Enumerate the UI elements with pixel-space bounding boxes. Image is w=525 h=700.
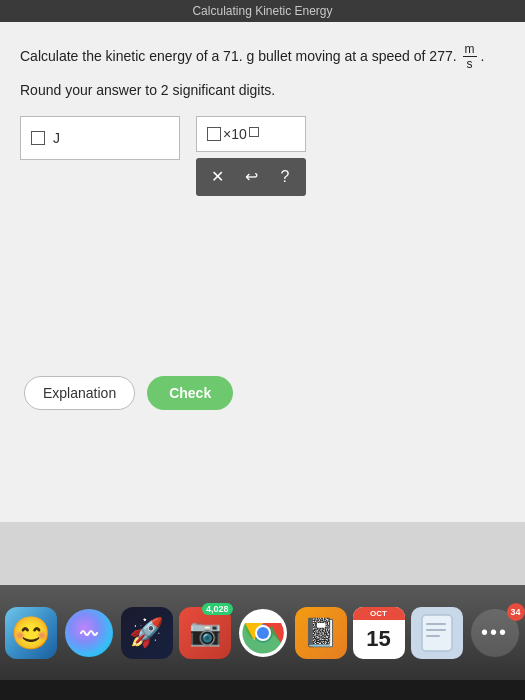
notes-icon[interactable]: 📓	[295, 607, 347, 659]
fraction-denominator: s	[465, 57, 475, 71]
svg-rect-5	[426, 623, 446, 625]
chrome-icon[interactable]	[237, 607, 289, 659]
red-badge: 34	[507, 603, 525, 621]
svg-rect-6	[426, 629, 446, 631]
more-icon[interactable]: 34 •••	[469, 607, 521, 659]
calendar-icon[interactable]: OCT 15	[353, 607, 405, 659]
question-period: .	[480, 48, 484, 64]
svg-point-3	[257, 627, 269, 639]
times10-exponent-input[interactable]	[249, 127, 259, 137]
siri-icon[interactable]	[63, 607, 115, 659]
check-button[interactable]: Check	[147, 376, 233, 410]
explanation-button[interactable]: Explanation	[24, 376, 135, 410]
finder-icon[interactable]	[5, 607, 57, 659]
green-badge: 4,028	[202, 603, 233, 615]
bottom-buttons: Explanation Check	[20, 376, 505, 410]
calendar-month: OCT	[353, 607, 405, 620]
action-buttons-group: ✕ ↩ ?	[196, 158, 306, 196]
dock-area: 🚀 4,028 📷 📓 OCT 1	[0, 585, 525, 700]
answer-area: J ×10 ✕ ↩ ?	[20, 116, 505, 196]
answer-input-box[interactable]: J	[20, 116, 180, 160]
red-app-icon[interactable]: 4,028 📷	[179, 607, 231, 659]
fraction: m s	[463, 42, 477, 72]
unit-label: J	[53, 130, 60, 146]
calendar-day: 15	[366, 626, 390, 652]
svg-rect-4	[422, 615, 452, 651]
fraction-numerator: m	[463, 42, 477, 57]
svg-rect-7	[426, 635, 440, 637]
main-content: Calculate the kinetic energy of a 71. g …	[0, 22, 525, 522]
times10-inner: ×10	[207, 126, 259, 142]
dock-bar: 🚀 4,028 📷 📓 OCT 1	[0, 585, 525, 680]
question-prefix: Calculate the kinetic energy of a 71. g …	[20, 48, 457, 64]
round-instruction: Round your answer to 2 significant digit…	[20, 82, 505, 98]
undo-button[interactable]: ↩	[236, 163, 266, 191]
siri-waveform-icon	[78, 622, 100, 644]
times10-label: ×10	[223, 126, 247, 142]
launchpad-icon[interactable]: 🚀	[121, 607, 173, 659]
times10-box[interactable]: ×10	[196, 116, 306, 152]
input-inner: J	[31, 130, 60, 146]
question-line1: Calculate the kinetic energy of a 71. g …	[20, 42, 505, 72]
clear-button[interactable]: ✕	[202, 163, 232, 191]
top-bar: Calculating Kinetic Energy	[0, 0, 525, 22]
help-button[interactable]: ?	[270, 163, 300, 191]
answer-input-square[interactable]	[31, 131, 45, 145]
top-bar-title: Calculating Kinetic Energy	[192, 4, 332, 18]
dock-bottom-bar	[0, 680, 525, 700]
file-icon[interactable]	[411, 607, 463, 659]
right-controls: ×10 ✕ ↩ ?	[196, 116, 306, 196]
times10-coefficient-input[interactable]	[207, 127, 221, 141]
